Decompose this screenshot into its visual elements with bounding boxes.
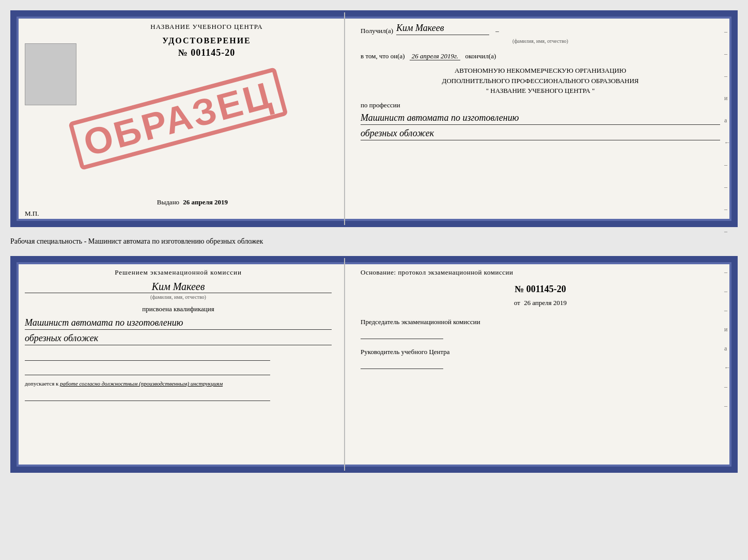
allowed-text-block: допускается к работе согласно должностны… xyxy=(25,380,332,387)
basis-label: Основание: протокол экзаменационной коми… xyxy=(361,268,720,277)
completed-label: окончил(а) xyxy=(465,52,496,60)
director-signature-line xyxy=(361,359,443,369)
chairman-signature-line xyxy=(361,329,443,339)
blank-line-3 xyxy=(25,391,270,401)
bottom-document: Решением экзаменационной комиссии Ким Ма… xyxy=(10,256,738,473)
issued-prefix: Выдано xyxy=(157,198,179,206)
issued-date: 26 апреля 2019 xyxy=(183,198,228,206)
mp-label: М.П. xyxy=(25,210,39,218)
profession-line1: Машинист автомата по изготовлению xyxy=(361,111,720,125)
protocol-date-prefix: от xyxy=(514,299,520,307)
top-document: НАЗВАНИЕ УЧЕБНОГО ЦЕНТРА УДОСТОВЕРЕНИЕ №… xyxy=(10,10,738,227)
org-line3: " НАЗВАНИЕ УЧЕБНОГО ЦЕНТРА " xyxy=(361,86,720,96)
cert-number: № 001145-20 xyxy=(84,47,329,58)
bottom-doc-left: Решением экзаменационной комиссии Ким Ма… xyxy=(12,258,345,471)
profession-line2: обрезных обложек xyxy=(361,127,720,140)
photo-placeholder xyxy=(25,43,76,105)
allowed-prefix: допускается к xyxy=(25,380,58,387)
director-label: Руководитель учебного Центра xyxy=(361,347,720,357)
received-line: Получил(а) Ким Макеев – xyxy=(361,23,720,35)
school-title-top: НАЗВАНИЕ УЧЕБНОГО ЦЕНТРА xyxy=(84,23,329,31)
completion-date: 26 апреля 2019г. xyxy=(410,52,460,60)
received-prefix: Получил(а) xyxy=(361,27,393,35)
allowed-detail: работе согласно должностным (производств… xyxy=(60,380,223,387)
in-the-fact: в том, что он(а) xyxy=(361,52,405,60)
profession-label: по профессии xyxy=(361,101,720,109)
org-line2: ДОПОЛНИТЕЛЬНОГО ПРОФЕССИОНАЛЬНОГО ОБРАЗО… xyxy=(361,76,720,86)
right-decoration-lines: – – – и а ← – – – – xyxy=(724,28,730,235)
bottom-name-sublabel: (фамилия, имя, отчество) xyxy=(25,294,332,300)
bottom-person-name: Ким Макеев xyxy=(25,281,332,293)
top-doc-left: НАЗВАНИЕ УЧЕБНОГО ЦЕНТРА УДОСТОВЕРЕНИЕ №… xyxy=(12,12,345,225)
top-doc-right: Получил(а) Ким Макеев – (фамилия, имя, о… xyxy=(345,12,736,225)
qualification-line2: обрезных обложек xyxy=(25,332,332,345)
blank-lines xyxy=(25,350,332,375)
org-line1: АВТОНОМНУЮ НЕКОММЕРЧЕСКУЮ ОРГАНИЗАЦИЮ xyxy=(361,66,720,76)
bottom-right-decoration: – – – и а ← – – xyxy=(724,268,730,410)
chairman-block: Председатель экзаменационной комиссии xyxy=(361,317,720,339)
issued-line: Выдано 26 апреля 2019 xyxy=(157,198,228,206)
page-wrapper: НАЗВАНИЕ УЧЕБНОГО ЦЕНТРА УДОСТОВЕРЕНИЕ №… xyxy=(10,10,738,473)
recipient-name: Ким Макеев xyxy=(396,23,489,35)
protocol-date-line: от 26 апреля 2019 xyxy=(361,299,720,307)
blank-line-1 xyxy=(25,350,270,361)
decision-label: Решением экзаменационной комиссии xyxy=(25,268,332,277)
org-block: АВТОНОМНУЮ НЕКОММЕРЧЕСКУЮ ОРГАНИЗАЦИЮ ДО… xyxy=(361,66,720,96)
chairman-label: Председатель экзаменационной комиссии xyxy=(361,317,720,327)
completion-line: в том, что он(а) 26 апреля 2019г. окончи… xyxy=(361,52,720,60)
protocol-date: 26 апреля 2019 xyxy=(524,299,567,307)
qualification-line1: Машинист автомата по изготовлению xyxy=(25,316,332,330)
name-sublabel-top: (фамилия, имя, отчество) xyxy=(361,38,720,44)
sample-stamp: ОБРАЗЕЦ xyxy=(68,67,288,170)
cert-label: УДОСТОВЕРЕНИЕ xyxy=(84,36,329,45)
assigned-label: присвоена квалификация xyxy=(25,305,332,313)
bottom-doc-right: Основание: протокол экзаменационной коми… xyxy=(345,258,736,471)
blank-line-2 xyxy=(25,365,270,375)
subtitle-bar: Рабочая специальность - Машинист автомат… xyxy=(10,235,738,248)
director-block: Руководитель учебного Центра xyxy=(361,347,720,369)
dash-separator: – xyxy=(495,27,499,35)
protocol-number: № 001145-20 xyxy=(361,284,720,295)
subtitle-text: Рабочая специальность - Машинист автомат… xyxy=(10,237,263,245)
